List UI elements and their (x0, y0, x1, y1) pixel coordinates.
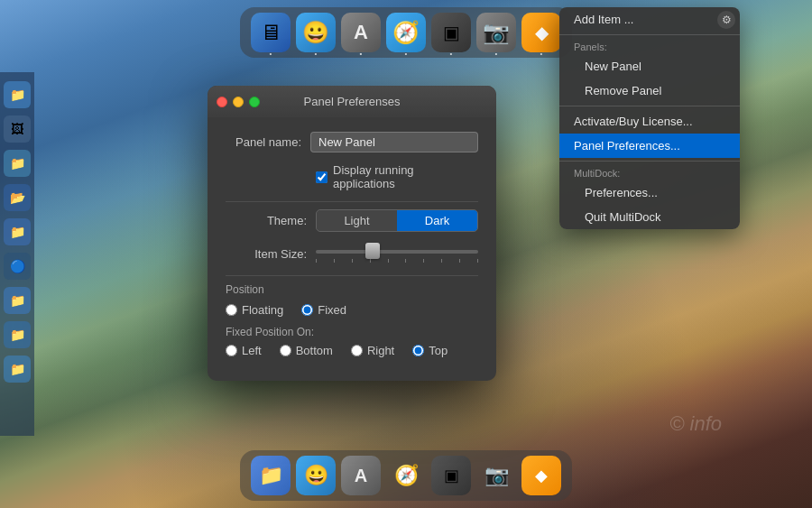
desktop-watermark: © info (669, 412, 722, 436)
item-size-slider-thumb[interactable] (365, 243, 380, 259)
menu-add-item[interactable]: Add Item ... (559, 7, 740, 32)
menu-panel-prefs[interactable]: Panel Preferences... (559, 134, 740, 158)
top-dock-code-icon[interactable]: ▣ (431, 13, 471, 52)
bottom-dock-camera[interactable]: 📷 (476, 456, 516, 495)
panel-name-input[interactable] (310, 132, 478, 152)
position-section: Position Floating Fixed (226, 283, 478, 317)
sidebar-item-6[interactable]: 🔵 (4, 253, 31, 280)
sidebar-item-2[interactable]: 🖼 (4, 115, 31, 143)
left-sidebar-dock: 📁 🖼 📁 📂 📁 🔵 📁 📁 📁 (0, 72, 34, 436)
theme-dark-option[interactable]: Dark (397, 210, 477, 231)
tick-3 (352, 259, 353, 263)
bottom-dock-font[interactable]: A (341, 456, 381, 495)
theme-toggle: Light Dark (316, 209, 478, 232)
fixed-position-section: Fixed Position On: Left Bottom Right Top (226, 326, 478, 357)
position-section-label: Position (226, 283, 478, 296)
floating-label: Floating (242, 303, 283, 317)
sidebar-item-4[interactable]: 📂 (4, 184, 31, 211)
fixed-position-label: Fixed Position On: (226, 326, 478, 338)
fixed-label: Fixed (318, 303, 346, 317)
gear-menu-button[interactable]: ⚙ (717, 11, 735, 29)
slider-ticks (316, 257, 478, 264)
fixed-option[interactable]: Fixed (301, 303, 346, 317)
sidebar-item-3[interactable]: 📁 (4, 150, 31, 177)
bottom-dock-finder[interactable]: 😀 (296, 456, 336, 495)
position-top-radio[interactable] (412, 345, 424, 356)
floating-radio[interactable] (226, 304, 237, 316)
panel-preferences-dialog: Panel Preferenses Panel name: Display ru… (208, 86, 496, 381)
menu-new-panel[interactable]: New Panel (559, 54, 740, 79)
fixed-radio[interactable] (301, 304, 313, 316)
position-right-radio[interactable] (351, 345, 363, 356)
menu-activate[interactable]: Activate/Buy License... (559, 109, 740, 134)
theme-label: Theme: (226, 214, 307, 227)
item-size-label: Item Size: (226, 247, 307, 261)
tick-4 (370, 259, 371, 263)
menu-sep-0 (559, 34, 740, 35)
position-left-radio[interactable] (226, 345, 237, 356)
traffic-lights (217, 97, 260, 107)
tick-2 (334, 259, 335, 263)
maximize-button[interactable] (249, 97, 260, 107)
top-dock-finder-icon[interactable]: 😀 (296, 13, 336, 52)
display-running-row: Display running applications (316, 163, 478, 190)
tick-8 (441, 259, 442, 263)
panel-name-row: Panel name: (226, 132, 478, 152)
bottom-dock-code[interactable]: ▣ (431, 456, 471, 495)
position-left-option[interactable]: Left (226, 344, 262, 357)
sidebar-item-7[interactable]: 📁 (4, 287, 31, 314)
menu-panels-label: Panels: (559, 38, 740, 54)
position-right-label: Right (367, 344, 394, 357)
top-dock: 🖥 😀 A 🧭 ▣ 📷 ◆ (240, 7, 572, 58)
bottom-dock-safari[interactable]: 🧭 (386, 456, 426, 495)
fixed-position-radio-group: Left Bottom Right Top (226, 344, 478, 357)
tick-10 (477, 259, 478, 263)
separator-1 (226, 201, 478, 202)
separator-2 (226, 275, 478, 276)
sidebar-item-5[interactable]: 📁 (4, 218, 31, 245)
gear-icon: ⚙ (722, 14, 732, 26)
top-dock-safari-icon[interactable]: 🧭 (386, 13, 426, 52)
dialog-title: Panel Preferenses (304, 95, 401, 108)
sidebar-item-9[interactable]: 📁 (4, 356, 31, 383)
close-button[interactable] (217, 97, 227, 107)
position-top-option[interactable]: Top (412, 344, 448, 357)
menu-remove-panel[interactable]: Remove Panel (559, 79, 740, 103)
display-running-label: Display running applications (333, 163, 478, 190)
top-dock-sketch-icon[interactable]: ◆ (521, 13, 561, 52)
bottom-dock: 📁 😀 A 🧭 ▣ 📷 ◆ (240, 450, 572, 501)
position-bottom-radio[interactable] (280, 345, 291, 356)
menu-quit[interactable]: Quit MultiDock (559, 205, 740, 229)
item-size-row: Item Size: (226, 243, 478, 264)
item-size-slider-track (316, 250, 478, 254)
tick-9 (459, 259, 460, 263)
position-top-label: Top (429, 344, 448, 357)
position-radio-group: Floating Fixed (226, 303, 478, 317)
position-right-option[interactable]: Right (351, 344, 394, 357)
menu-preferences[interactable]: Preferences... (559, 180, 740, 205)
menu-sep-2 (559, 161, 740, 162)
floating-option[interactable]: Floating (226, 303, 283, 317)
panel-name-label: Panel name: (226, 135, 301, 149)
top-dock-camera-icon[interactable]: 📷 (476, 13, 516, 52)
tick-7 (423, 259, 424, 263)
position-left-label: Left (242, 344, 262, 357)
position-bottom-option[interactable]: Bottom (280, 344, 333, 357)
theme-light-option[interactable]: Light (317, 210, 397, 231)
tick-5 (388, 259, 389, 263)
top-dock-monitor-icon[interactable]: 🖥 (251, 13, 291, 52)
sidebar-item-8[interactable]: 📁 (4, 321, 31, 348)
top-dock-font-icon[interactable]: A (341, 13, 381, 52)
tick-6 (405, 259, 406, 263)
menu-multidock-label: MultiDock: (559, 164, 740, 180)
item-size-slider-container (316, 243, 478, 264)
dialog-body: Panel name: Display running applications… (208, 117, 496, 381)
bottom-dock-folder[interactable]: 📁 (251, 456, 291, 495)
minimize-button[interactable] (233, 97, 244, 107)
sidebar-item-1[interactable]: 📁 (4, 81, 31, 108)
tick-1 (316, 259, 317, 263)
bottom-dock-sketch[interactable]: ◆ (521, 456, 561, 495)
theme-row: Theme: Light Dark (226, 209, 478, 232)
menu-sep-1 (559, 106, 740, 106)
display-running-checkbox[interactable] (316, 171, 328, 183)
